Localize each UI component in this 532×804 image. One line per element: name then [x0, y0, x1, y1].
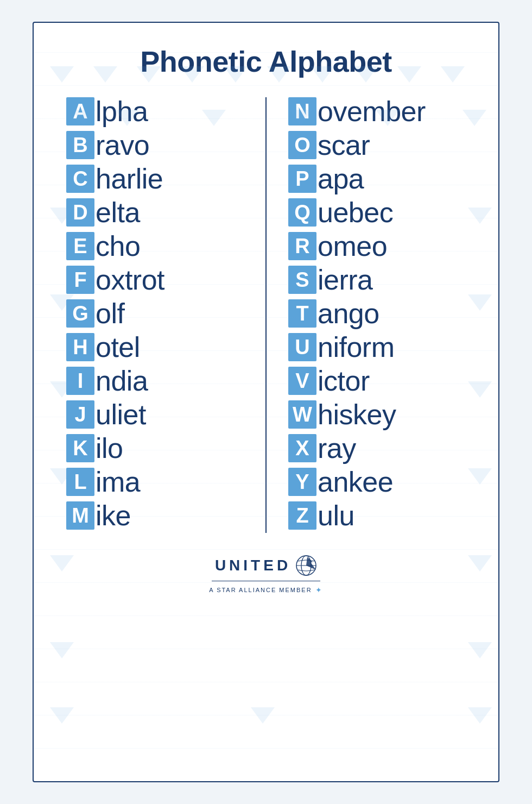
letter-box-t: T: [288, 299, 316, 328]
letter-box-b: B: [66, 131, 94, 159]
letter-box-z: Z: [288, 501, 316, 530]
right-item-z: Zulu: [288, 501, 466, 530]
letter-box-n: N: [288, 97, 316, 125]
word-rest-k: ilo: [96, 434, 123, 462]
page-title: Phonetic Alphabet: [66, 45, 466, 78]
word-rest-j: uliet: [96, 400, 146, 429]
left-item-b: Bravo: [66, 131, 244, 159]
letter-box-s: S: [288, 266, 316, 294]
word-rest-l: ima: [96, 468, 140, 496]
letter-box-k: K: [66, 434, 94, 462]
letter-box-c: C: [66, 165, 94, 193]
united-brand-text: UNITED: [215, 557, 291, 574]
united-logo: UNITED: [215, 555, 317, 576]
left-item-m: Mike: [66, 501, 244, 530]
word-rest-h: otel: [96, 333, 140, 361]
letter-box-q: Q: [288, 198, 316, 227]
right-item-x: Xray: [288, 434, 466, 462]
word-rest-t: ango: [318, 299, 379, 328]
word-rest-q: uebec: [318, 198, 393, 227]
letter-box-e: E: [66, 232, 94, 260]
word-rest-n: ovember: [318, 97, 426, 125]
letter-box-i: I: [66, 367, 94, 395]
alphabet-grid: Alpha Bravo Charlie Delta Echo Foxtrot G…: [66, 97, 466, 533]
letter-box-l: L: [66, 468, 94, 496]
word-rest-g: olf: [96, 299, 124, 328]
word-rest-w: hiskey: [318, 400, 396, 429]
left-column: Alpha Bravo Charlie Delta Echo Foxtrot G…: [66, 97, 267, 533]
word-rest-z: ulu: [318, 501, 354, 530]
word-rest-y: ankee: [318, 468, 393, 496]
word-rest-a: lpha: [96, 97, 148, 125]
right-item-y: Yankee: [288, 468, 466, 496]
word-rest-o: scar: [318, 131, 370, 159]
right-item-n: November: [288, 97, 466, 125]
right-item-r: Romeo: [288, 232, 466, 260]
main-card: Phonetic Alphabet Alpha Bravo Charlie De…: [33, 22, 499, 782]
letter-box-j: J: [66, 400, 94, 429]
letter-box-m: M: [66, 501, 94, 530]
footer: UNITED A STAR ALLIANCE MEMBER ✦: [66, 555, 466, 594]
letter-box-d: D: [66, 198, 94, 227]
letter-box-a: A: [66, 97, 94, 125]
left-item-f: Foxtrot: [66, 266, 244, 294]
letter-box-r: R: [288, 232, 316, 260]
left-item-e: Echo: [66, 232, 244, 260]
left-item-g: Golf: [66, 299, 244, 328]
left-item-a: Alpha: [66, 97, 244, 125]
united-globe-icon: [295, 555, 317, 576]
left-item-h: Hotel: [66, 333, 244, 361]
letter-box-h: H: [66, 333, 94, 361]
word-rest-c: harlie: [96, 165, 163, 193]
right-column: November Oscar Papa Quebec Romeo Sierra …: [267, 97, 466, 533]
right-item-o: Oscar: [288, 131, 466, 159]
word-rest-s: ierra: [318, 266, 373, 294]
star-alliance-icon: ✦: [315, 586, 323, 594]
footer-divider: [212, 581, 320, 581]
word-rest-d: elta: [96, 198, 140, 227]
right-item-t: Tango: [288, 299, 466, 328]
right-item-v: Victor: [288, 367, 466, 395]
letter-box-g: G: [66, 299, 94, 328]
right-item-p: Papa: [288, 165, 466, 193]
word-rest-i: ndia: [96, 367, 148, 395]
right-item-q: Quebec: [288, 198, 466, 227]
letter-box-y: Y: [288, 468, 316, 496]
word-rest-f: oxtrot: [96, 266, 164, 294]
letter-box-v: V: [288, 367, 316, 395]
left-item-l: Lima: [66, 468, 244, 496]
word-rest-b: ravo: [96, 131, 149, 159]
word-rest-m: ike: [96, 501, 131, 530]
left-item-j: Juliet: [66, 400, 244, 429]
word-rest-r: omeo: [318, 232, 387, 260]
word-rest-x: ray: [318, 434, 356, 462]
left-item-d: Delta: [66, 198, 244, 227]
left-item-i: India: [66, 367, 244, 395]
word-rest-e: cho: [96, 232, 140, 260]
letter-box-o: O: [288, 131, 316, 159]
right-item-s: Sierra: [288, 266, 466, 294]
letter-box-f: F: [66, 266, 94, 294]
word-rest-v: ictor: [318, 367, 370, 395]
word-rest-p: apa: [318, 165, 364, 193]
right-item-u: Uniform: [288, 333, 466, 361]
letter-box-x: X: [288, 434, 316, 462]
word-rest-u: niform: [318, 333, 394, 361]
left-item-c: Charlie: [66, 165, 244, 193]
star-alliance-text: A STAR ALLIANCE MEMBER ✦: [209, 586, 322, 594]
left-item-k: Kilo: [66, 434, 244, 462]
letter-box-p: P: [288, 165, 316, 193]
letter-box-w: W: [288, 400, 316, 429]
letter-box-u: U: [288, 333, 316, 361]
right-item-w: Whiskey: [288, 400, 466, 429]
